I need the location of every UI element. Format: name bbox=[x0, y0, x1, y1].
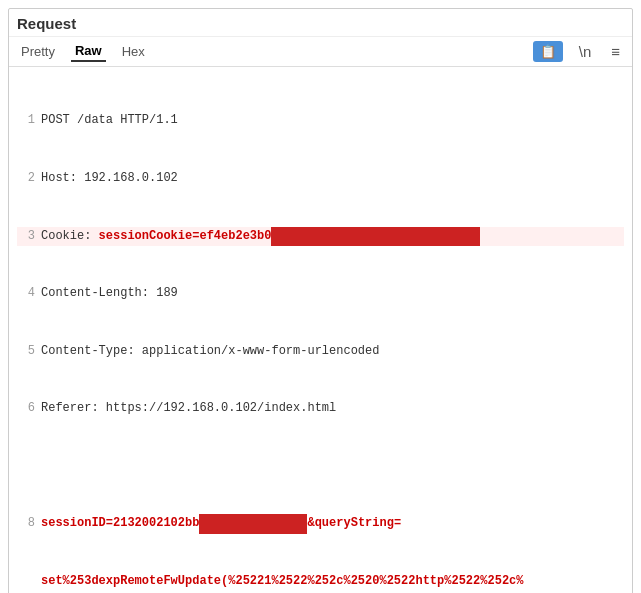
copy-button-request[interactable]: 📋 bbox=[533, 41, 563, 62]
code-line-8: 8 sessionID=2132002102bb &queryString= bbox=[17, 514, 624, 533]
tab-hex-request[interactable]: Hex bbox=[118, 42, 149, 61]
redacted-cookie bbox=[271, 227, 480, 246]
code-line-8b: set%253dexpRemoteFwUpdate(%25221%2522%25… bbox=[17, 572, 624, 591]
code-line-3: 3 Cookie: sessionCookie=ef4eb2e3b0 bbox=[17, 227, 624, 246]
session-cookie-value: sessionCookie=ef4eb2e3b0 bbox=[99, 229, 272, 243]
menu-button-request[interactable]: ≡ bbox=[607, 41, 624, 62]
tab-raw-request[interactable]: Raw bbox=[71, 41, 106, 62]
session-id-value: sessionID=2132002102bb bbox=[41, 516, 199, 530]
redacted-session bbox=[199, 514, 307, 533]
tab-pretty-request[interactable]: Pretty bbox=[17, 42, 59, 61]
request-section: Request Pretty Raw Hex 📋 \n ≡ 1 POST /da… bbox=[8, 8, 633, 593]
code-line-5: 5 Content-Type: application/x-www-form-u… bbox=[17, 342, 624, 361]
request-tabs-row: Pretty Raw Hex 📋 \n ≡ bbox=[9, 37, 632, 67]
code-line-2: 2 Host: 192.168.0.102 bbox=[17, 169, 624, 188]
code-line-6: 6 Referer: https://192.168.0.102/index.h… bbox=[17, 399, 624, 418]
request-title: Request bbox=[9, 9, 632, 37]
code-line-4: 4 Content-Length: 189 bbox=[17, 284, 624, 303]
query-string-value: &queryString= bbox=[307, 516, 401, 530]
code-line-1: 1 POST /data HTTP/1.1 bbox=[17, 111, 624, 130]
request-code: 1 POST /data HTTP/1.1 2 Host: 192.168.0.… bbox=[9, 67, 632, 593]
code-line-7-empty bbox=[17, 457, 624, 476]
newline-button-request[interactable]: \n bbox=[575, 41, 596, 62]
